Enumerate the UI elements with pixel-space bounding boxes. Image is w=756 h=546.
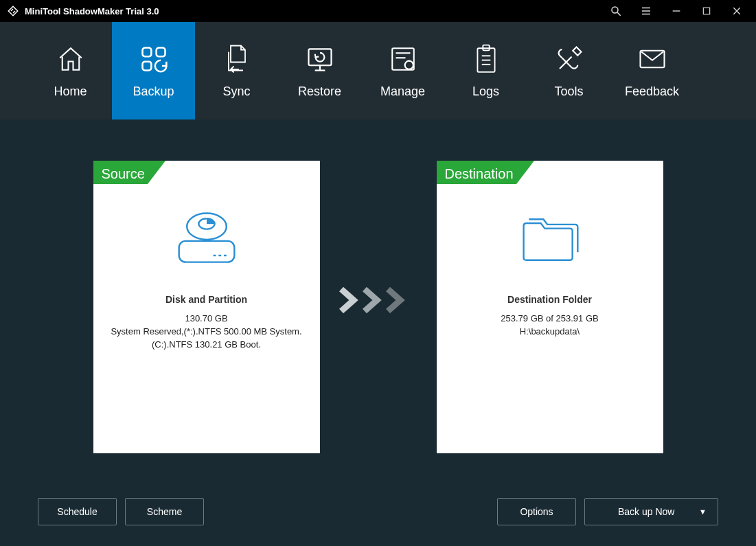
nav-label: Home xyxy=(54,84,87,99)
titlebar: MiniTool ShadowMaker Trial 3.0 xyxy=(0,0,756,22)
nav-backup[interactable]: Backup xyxy=(112,22,195,120)
menu-icon[interactable] xyxy=(634,0,658,22)
source-detail-1: System Reserved,(*:).NTFS 500.00 MB Syst… xyxy=(111,326,301,337)
nav-sync[interactable]: Sync xyxy=(195,22,278,120)
app-title: MiniTool ShadowMaker Trial 3.0 xyxy=(25,6,159,16)
svg-line-1 xyxy=(617,12,621,16)
destination-card: Destination Folder 253.79 GB of 253.91 G… xyxy=(437,184,663,453)
source-size: 130.70 GB xyxy=(185,313,227,323)
source-panel[interactable]: Source Disk and Partition 130.70 GB Syst… xyxy=(93,161,320,453)
nav-logs[interactable]: Logs xyxy=(444,22,527,120)
app-logo-icon xyxy=(7,5,19,17)
footer-bar: Schedule Scheme Options Back up Now ▼ xyxy=(0,498,756,525)
folder-icon xyxy=(517,201,583,277)
main-content: Source Disk and Partition 130.70 GB Syst… xyxy=(0,120,756,453)
minimize-button[interactable] xyxy=(664,0,689,22)
backup-now-label: Back up Now xyxy=(618,506,674,517)
backup-now-button[interactable]: Back up Now ▼ xyxy=(584,498,718,525)
maximize-button[interactable] xyxy=(694,0,719,22)
disk-icon xyxy=(174,201,240,277)
nav-label: Backup xyxy=(133,84,174,99)
sync-icon xyxy=(225,43,249,75)
source-detail-2: (C:).NTFS 130.21 GB Boot. xyxy=(152,339,261,350)
svg-rect-12 xyxy=(308,49,331,65)
nav-label: Manage xyxy=(380,84,425,99)
nav-label: Tools xyxy=(554,84,583,99)
nav-tools[interactable]: Tools xyxy=(527,22,610,120)
svg-point-33 xyxy=(187,214,227,240)
svg-point-0 xyxy=(612,7,618,13)
scheme-button[interactable]: Scheme xyxy=(125,498,204,525)
destination-path: H:\backupdata\ xyxy=(520,326,580,337)
svg-rect-6 xyxy=(703,8,709,14)
search-icon[interactable] xyxy=(604,0,628,22)
chevron-down-icon: ▼ xyxy=(699,508,707,516)
nav-label: Logs xyxy=(472,84,499,99)
nav-home[interactable]: Home xyxy=(29,22,112,120)
svg-rect-10 xyxy=(156,47,165,56)
feedback-icon xyxy=(638,43,667,75)
nav-feedback[interactable]: Feedback xyxy=(610,22,694,120)
svg-rect-15 xyxy=(392,48,414,70)
options-button[interactable]: Options xyxy=(497,498,576,525)
source-title: Disk and Partition xyxy=(165,294,247,305)
source-card: Disk and Partition 130.70 GB System Rese… xyxy=(93,184,320,453)
destination-size: 253.79 GB of 253.91 GB xyxy=(501,313,598,323)
nav-manage[interactable]: Manage xyxy=(361,22,444,120)
svg-point-18 xyxy=(404,60,413,69)
manage-icon xyxy=(389,43,417,75)
destination-tab: Destination xyxy=(437,161,663,184)
options-label: Options xyxy=(520,506,553,517)
scheme-label: Scheme xyxy=(147,506,182,517)
schedule-label: Schedule xyxy=(57,506,97,517)
svg-rect-9 xyxy=(142,47,151,56)
nav-restore[interactable]: Restore xyxy=(278,22,361,120)
tools-icon xyxy=(555,43,584,75)
close-button[interactable] xyxy=(724,0,749,22)
svg-rect-29 xyxy=(179,241,234,262)
main-nav: Home Backup Sync Restore Manage Logs T xyxy=(0,22,756,120)
home-icon xyxy=(56,43,85,75)
transfer-arrows-icon xyxy=(320,161,437,453)
restore-icon xyxy=(305,43,335,75)
svg-rect-11 xyxy=(142,61,151,70)
source-tab: Source xyxy=(93,161,320,184)
schedule-button[interactable]: Schedule xyxy=(38,498,117,525)
nav-label: Feedback xyxy=(625,84,679,99)
destination-panel[interactable]: Destination Destination Folder 253.79 GB… xyxy=(437,161,663,453)
nav-label: Sync xyxy=(222,84,250,99)
destination-title: Destination Folder xyxy=(507,294,592,305)
backup-icon xyxy=(139,43,169,75)
nav-label: Restore xyxy=(298,84,341,99)
logs-icon xyxy=(473,43,499,75)
